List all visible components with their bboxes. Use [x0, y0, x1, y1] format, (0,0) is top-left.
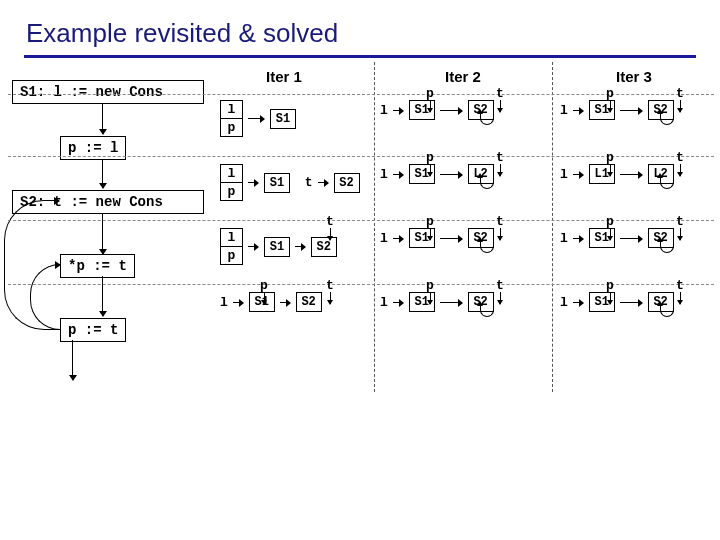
- var-table: lp: [220, 164, 243, 201]
- var-t: t: [496, 278, 504, 293]
- r2c3: p t l L1 L2: [560, 164, 720, 184]
- selfloop-icon: [480, 111, 494, 125]
- iter1-header: Iter 1: [266, 68, 302, 85]
- var-l: l: [380, 167, 388, 182]
- var-t: t: [676, 278, 684, 293]
- heap-node: S1: [264, 173, 290, 193]
- row-3: t lp S1 S2 p t l S1: [220, 222, 714, 284]
- ptr-arrow-icon: [573, 110, 583, 111]
- heap-node: S2: [311, 237, 337, 257]
- heap-node: S1: [589, 228, 615, 248]
- heap-node: S1: [409, 292, 435, 312]
- r3c1: t lp S1 S2: [220, 228, 370, 265]
- heap-node: S1: [264, 237, 290, 257]
- r2c2: p t l S1 L2: [380, 164, 548, 184]
- var-table: lp: [220, 228, 243, 265]
- row-1: lp S1 p t l S1 S2: [220, 94, 714, 156]
- down-arrow-icon: [500, 292, 501, 304]
- ptr-arrow-icon: [393, 174, 403, 175]
- flow-node-s1: S1: l := new Cons: [12, 80, 204, 104]
- heap-node: S1: [409, 100, 435, 120]
- var-p: p: [426, 278, 434, 293]
- var-l: l: [380, 103, 388, 118]
- flow-arrow: [102, 104, 103, 134]
- flow-arrow: [72, 340, 73, 380]
- ptr-arrow-icon: [620, 238, 642, 239]
- var-t: t: [305, 175, 313, 190]
- heap-node: S1: [409, 164, 435, 184]
- var-p: p: [606, 150, 614, 165]
- var-l: l: [560, 103, 568, 118]
- var-t: t: [326, 214, 334, 229]
- r2c1: lp S1 t S2: [220, 164, 370, 201]
- var-table: lp: [220, 100, 243, 137]
- iter3-header: Iter 3: [616, 68, 652, 85]
- var-p: p: [606, 86, 614, 101]
- var-p: p: [426, 214, 434, 229]
- ptr-arrow-icon: [620, 302, 642, 303]
- selfloop-icon: [660, 239, 674, 253]
- ptr-arrow-icon: [440, 238, 462, 239]
- down-arrow-icon: [680, 164, 681, 176]
- heap-node: S1: [409, 228, 435, 248]
- r1c1: lp S1: [220, 100, 370, 137]
- heap-node: S2: [296, 292, 322, 312]
- ptr-arrow-icon: [393, 302, 403, 303]
- ptr-arrow-icon: [318, 182, 328, 183]
- ptr-arrow-icon: [440, 302, 462, 303]
- var-p: p: [606, 214, 614, 229]
- selfloop-icon: [660, 303, 674, 317]
- ptr-arrow-icon: [440, 174, 462, 175]
- down-arrow-icon: [500, 164, 501, 176]
- selfloop-icon: [480, 175, 494, 189]
- ptr-arrow-icon: [573, 302, 583, 303]
- selfloop-icon: [660, 175, 674, 189]
- flow-node-s4: *p := t: [60, 254, 135, 278]
- heap-node: S1: [270, 109, 296, 129]
- ptr-arrow-icon: [280, 302, 290, 303]
- var-p: p: [426, 86, 434, 101]
- r3c3: p t l S1 S2: [560, 228, 720, 248]
- var-t: t: [496, 150, 504, 165]
- var-l: l: [380, 295, 388, 310]
- ptr-arrow-icon: [573, 238, 583, 239]
- heap-node: S1: [589, 292, 615, 312]
- down-arrow-icon: [330, 292, 331, 304]
- ptr-arrow-icon: [620, 110, 642, 111]
- down-arrow-icon: [680, 100, 681, 112]
- selfloop-icon: [480, 239, 494, 253]
- r1c2: p t l S1 S2: [380, 100, 548, 120]
- down-arrow-icon: [680, 292, 681, 304]
- var-t: t: [676, 214, 684, 229]
- var-t: t: [496, 214, 504, 229]
- r1c3: p t l S1 S2: [560, 100, 720, 120]
- var-p: p: [606, 278, 614, 293]
- var-t: t: [496, 86, 504, 101]
- ptr-arrow-icon: [393, 238, 403, 239]
- var-p: p: [426, 150, 434, 165]
- flow-arrow: [102, 276, 103, 316]
- r4c3: p t l S1 S2: [560, 292, 720, 312]
- r4c1: p t l S1 S2: [220, 292, 370, 312]
- heap-node: S1: [249, 292, 275, 312]
- heap-node: L1: [589, 164, 615, 184]
- ptr-arrow-icon: [573, 174, 583, 175]
- var-l: l: [560, 167, 568, 182]
- heap-node: S2: [334, 173, 360, 193]
- iter-headers: Iter 1 Iter 2 Iter 3: [220, 68, 714, 92]
- var-t: t: [326, 278, 334, 293]
- selfloop-icon: [480, 303, 494, 317]
- ptr-arrow-icon: [440, 110, 462, 111]
- ptr-arrow-icon: [233, 302, 243, 303]
- iter2-header: Iter 2: [445, 68, 481, 85]
- row-2: lp S1 t S2 p t l S1: [220, 158, 714, 220]
- down-arrow-icon: [500, 228, 501, 240]
- row-4: p t l S1 S2 p t l: [220, 286, 714, 348]
- flow-node-s5: p := t: [60, 318, 126, 342]
- slide-title: Example revisited & solved: [0, 0, 720, 55]
- var-l: l: [220, 295, 228, 310]
- var-p: p: [260, 278, 268, 293]
- var-t: t: [676, 150, 684, 165]
- var-l: l: [560, 295, 568, 310]
- ptr-arrow-icon: [393, 110, 403, 111]
